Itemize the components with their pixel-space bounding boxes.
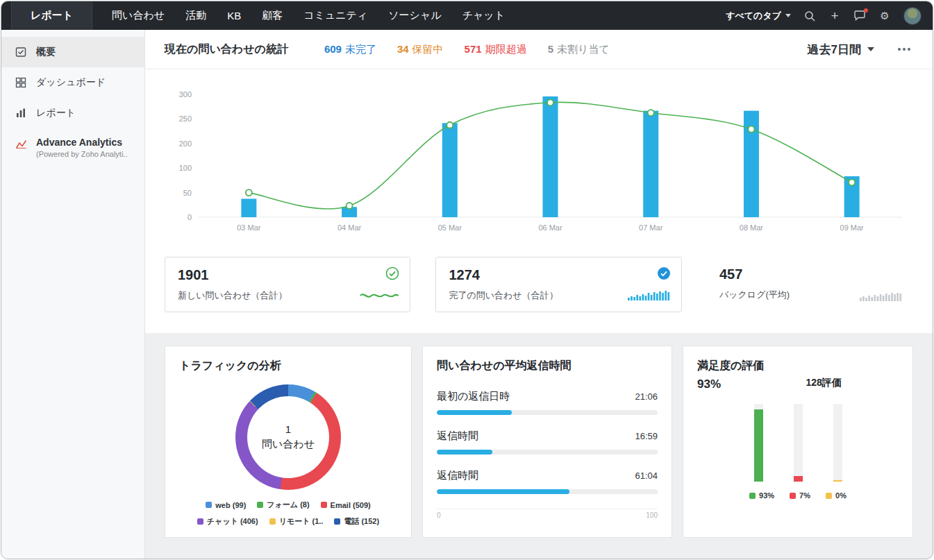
top-menu: 問い合わせ 活動 KB 顧客 コミュニティ ソーシャル チャット <box>112 9 505 22</box>
progress-track <box>437 489 658 494</box>
stat-overdue-value: 571 <box>465 43 482 55</box>
legend-item-chat[interactable]: チャット (406) <box>197 516 258 527</box>
topbar-right: すべてのタブ + ⚙ <box>726 7 922 25</box>
notifications-icon[interactable] <box>853 10 866 22</box>
svg-text:06 Mar: 06 Mar <box>538 223 562 232</box>
stat-open-label: 未完了 <box>345 43 376 55</box>
progress-track <box>437 410 658 415</box>
response-row-time: 16:59 <box>635 431 658 441</box>
stat-unassigned-label: 未割り当て <box>557 43 610 55</box>
sidebar-item-label: レポート <box>36 107 76 119</box>
traffic-title: トラフィックの分析 <box>179 359 397 373</box>
tickets-chart[interactable]: 30025020010050003 Mar04 Mar05 Mar06 Mar0… <box>167 89 910 236</box>
bar-fill <box>754 409 763 482</box>
svg-text:03 Mar: 03 Mar <box>237 223 261 232</box>
legend-swatch <box>257 502 263 508</box>
satisfaction-bar-good[interactable] <box>754 404 763 482</box>
add-icon[interactable]: + <box>828 10 841 22</box>
page-title: 現在の問い合わせの統計 <box>165 42 288 57</box>
svg-text:100: 100 <box>179 164 192 172</box>
active-module-tab[interactable]: レポート <box>11 1 92 30</box>
sidebar-item-label: ダッシュボード <box>36 76 106 89</box>
top-menu-item-customers[interactable]: 顧客 <box>262 9 283 22</box>
top-menu-item-activities[interactable]: 活動 <box>185 9 206 22</box>
progress-fill <box>437 489 569 494</box>
response-row-label: 最初の返信日時 <box>437 390 510 403</box>
svg-text:09 Mar: 09 Mar <box>840 223 865 232</box>
stat-open[interactable]: 609未完了 <box>324 43 376 56</box>
sidebar-item-advance-analytics[interactable]: Advance Analytics (Powered by Zoho Analy… <box>1 128 144 167</box>
overview-icon <box>15 46 27 58</box>
svg-text:05 Mar: 05 Mar <box>438 223 462 232</box>
satisfaction-bars <box>697 401 899 482</box>
response-row: 返信時間16:59 <box>437 430 658 455</box>
legend-item-phone[interactable]: 電話 (152) <box>334 516 379 527</box>
satisfaction-percent: 93% <box>697 377 764 391</box>
shell: 概要 ダッシュボード レポート Advance Analytics <box>1 30 933 559</box>
sidebar-item-reports[interactable]: レポート <box>1 98 144 128</box>
satisfaction-header: 満足度の評価 93% 128評価 <box>697 359 899 391</box>
chevron-down-icon <box>785 14 791 17</box>
topbar: レポート 問い合わせ 活動 KB 顧客 コミュニティ ソーシャル チャット すべ… <box>1 1 933 30</box>
svg-text:04 Mar: 04 Mar <box>337 223 362 232</box>
completed-sparkbars <box>628 289 671 300</box>
all-tabs-label: すべてのタブ <box>726 10 781 22</box>
top-menu-item-community[interactable]: コミュニティ <box>303 9 367 22</box>
stats-header: 現在の問い合わせの統計 609未完了 34保留中 571期限超過 5未割り当て … <box>145 30 933 69</box>
gear-icon[interactable]: ⚙ <box>878 10 891 22</box>
check-circle-filled-icon <box>657 266 671 283</box>
satisfaction-bar-bad[interactable] <box>794 404 803 482</box>
advance-analytics-text: Advance Analytics (Powered by Zoho Analy… <box>36 137 127 158</box>
sidebar-item-sublabel: (Powered by Zoho Analyti.. <box>36 150 127 158</box>
sidebar-item-overview[interactable]: 概要 <box>1 37 144 67</box>
legend-swatch <box>826 493 832 499</box>
check-circle-icon <box>385 266 399 283</box>
satisfaction-panel: 満足度の評価 93% 128評価 93% 7% 0% <box>683 346 913 538</box>
avatar[interactable] <box>903 7 922 25</box>
traffic-legend: web (99) フォーム (8) Email (509) チャット (406)… <box>179 500 397 527</box>
app-window: レポート 問い合わせ 活動 KB 顧客 コミュニティ ソーシャル チャット すべ… <box>1 1 933 559</box>
legend-item-web[interactable]: web (99) <box>206 500 246 510</box>
closed-tickets-card[interactable]: 1274 完了の問い合わせ（合計） <box>435 257 681 312</box>
top-menu-item-social[interactable]: ソーシャル <box>388 9 441 22</box>
sidebar: 概要 ダッシュボード レポート Advance Analytics <box>1 30 145 559</box>
response-row-time: 21:06 <box>635 391 658 402</box>
svg-text:0: 0 <box>187 213 192 221</box>
stat-unassigned[interactable]: 5未割り当て <box>548 43 610 56</box>
all-tabs-dropdown[interactable]: すべてのタブ <box>726 10 791 22</box>
backlog-card[interactable]: 457 バックログ(平均) <box>707 257 913 312</box>
search-icon[interactable] <box>803 10 816 22</box>
top-menu-item-tickets[interactable]: 問い合わせ <box>112 9 165 22</box>
top-menu-item-chat[interactable]: チャット <box>462 9 505 22</box>
legend-swatch <box>197 518 203 525</box>
legend-swatch <box>790 493 796 499</box>
donut-center-value: 1 <box>285 423 291 435</box>
date-range-label: 過去7日間 <box>808 42 861 58</box>
satisfaction-bar-neutral[interactable] <box>833 404 842 482</box>
top-menu-item-kb[interactable]: KB <box>227 10 241 22</box>
sidebar-item-dashboard[interactable]: ダッシュボード <box>1 67 144 98</box>
new-tickets-sparkline <box>359 289 399 303</box>
analytics-icon <box>15 138 27 151</box>
stat-open-value: 609 <box>324 43 342 55</box>
tickets-chart-panel: 30025020010050003 Mar04 Mar05 Mar06 Mar0… <box>145 69 933 240</box>
stat-overdue[interactable]: 571期限超過 <box>465 43 527 56</box>
stat-overdue-label: 期限超過 <box>485 43 527 55</box>
dashboard-icon <box>15 76 27 89</box>
new-tickets-card[interactable]: 1901 新しい問い合わせ（合計） <box>165 257 410 312</box>
legend-swatch <box>334 518 340 525</box>
legend-item-remote[interactable]: リモート (1.. <box>269 516 324 527</box>
stat-onhold[interactable]: 34保留中 <box>397 43 444 56</box>
main-content: 現在の問い合わせの統計 609未完了 34保留中 571期限超過 5未割り当て … <box>145 30 933 559</box>
more-options-icon[interactable] <box>895 45 913 53</box>
legend-item-email[interactable]: Email (509) <box>321 500 371 510</box>
donut-center: 1 問い合わせ <box>235 384 341 490</box>
axis-min: 0 <box>437 511 441 519</box>
ticket-stats: 609未完了 34保留中 571期限超過 5未割り当て <box>324 43 610 56</box>
legend-item-form[interactable]: フォーム (8) <box>257 500 309 510</box>
svg-text:250: 250 <box>179 114 192 123</box>
sidebar-item-label: Advance Analytics <box>36 137 127 148</box>
traffic-donut-wrap: 1 問い合わせ <box>235 384 341 490</box>
date-range-dropdown[interactable]: 過去7日間 <box>808 42 874 58</box>
legend-swatch <box>749 493 756 499</box>
